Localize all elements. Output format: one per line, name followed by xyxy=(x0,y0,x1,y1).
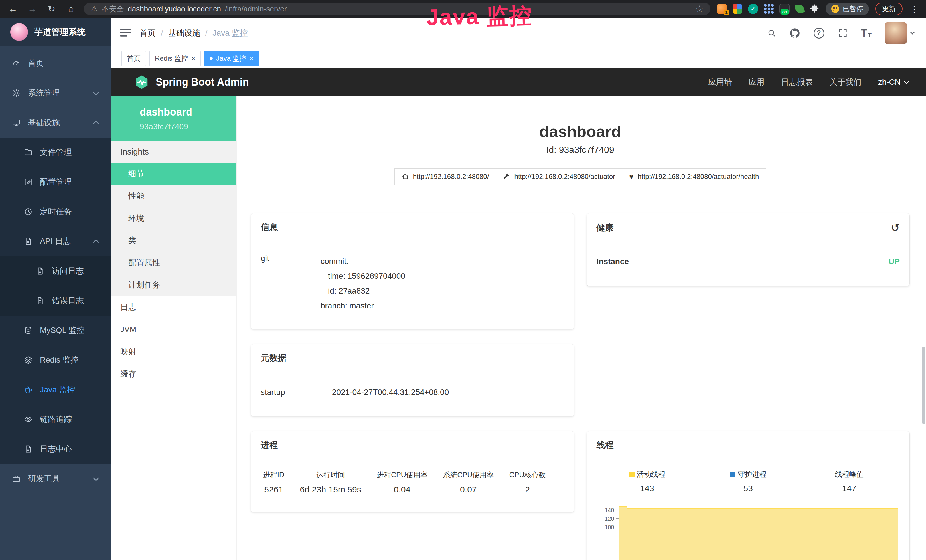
heart-icon: ♥ xyxy=(629,173,633,180)
sidebar-item-api-logs[interactable]: API 日志 xyxy=(0,227,111,256)
sba-nav-applications[interactable]: 应用 xyxy=(749,77,764,88)
github-icon[interactable] xyxy=(789,27,800,39)
browser-menu-icon[interactable]: ⋮ xyxy=(909,4,920,14)
service-url-link[interactable]: http://192.168.0.2:48080/ xyxy=(394,168,496,185)
language-selector[interactable]: zh-CN xyxy=(878,77,908,87)
user-menu[interactable] xyxy=(885,22,914,44)
refresh-button[interactable]: ↻ xyxy=(45,2,58,15)
sidebar-item-log-center[interactable]: 日志中心 xyxy=(0,434,111,464)
sba-nav-wallboard[interactable]: 应用墙 xyxy=(708,77,732,88)
browser-window: ← → ↻ ⌂ ⚠ 不安全 dashboard.yudao.iocoder.cn… xyxy=(0,0,926,560)
sidebar-item-config-management[interactable]: 配置管理 xyxy=(0,167,111,197)
sba-item-scheduled-tasks[interactable]: 计划任务 xyxy=(111,274,236,296)
navbar-tools: ? TT xyxy=(767,22,914,44)
daemon-threads-swatch xyxy=(730,472,735,477)
history-icon[interactable]: ↺ xyxy=(891,221,900,234)
sidebar-item-label: 配置管理 xyxy=(40,177,72,188)
puzzle-extensions-icon[interactable] xyxy=(809,4,819,14)
sba-item-classes[interactable]: 类 xyxy=(111,229,236,251)
back-button[interactable]: ← xyxy=(6,2,20,15)
sidebar-item-mysql-monitor[interactable]: MySQL 监控 xyxy=(0,316,111,345)
close-icon[interactable]: × xyxy=(250,54,254,62)
sba-nav-about[interactable]: 关于我们 xyxy=(830,77,861,88)
sba-item-caches[interactable]: 缓存 xyxy=(111,363,236,385)
actuator-url-link[interactable]: http://192.168.0.2:48080/actuator xyxy=(496,168,623,185)
sidebar-item-error-logs[interactable]: 错误日志 xyxy=(0,286,111,316)
sidebar-item-file-management[interactable]: 文件管理 xyxy=(0,138,111,167)
health-instance-label: Instance xyxy=(597,257,629,266)
paused-chip[interactable]: 已暂停 xyxy=(826,3,869,15)
scrollbar[interactable] xyxy=(922,347,925,424)
sidebar-item-tracing[interactable]: 链路追踪 xyxy=(0,404,111,434)
fullscreen-icon[interactable] xyxy=(838,28,848,38)
table-row: startup 2021-04-27T00:44:31.254+08:00 xyxy=(261,376,564,407)
sidebar-item-access-logs[interactable]: 访问日志 xyxy=(0,256,111,286)
legend-item: 线程峰值 147 xyxy=(799,469,900,493)
sidebar-item-label: 文件管理 xyxy=(40,147,72,158)
sidebar-item-system-management[interactable]: 系统管理 xyxy=(0,78,111,108)
fox-extension-icon[interactable]: 1 xyxy=(717,4,727,14)
health-url-link[interactable]: ♥ http://192.168.0.2:48080/actuator/heal… xyxy=(622,168,766,185)
avatar xyxy=(885,22,907,44)
chart-plot-area xyxy=(619,504,900,560)
sba-item-details[interactable]: 细节 xyxy=(111,163,236,185)
search-icon[interactable] xyxy=(767,29,776,37)
update-browser-button[interactable]: 更新 xyxy=(875,3,903,15)
gauge-icon xyxy=(12,59,21,68)
sidebar-item-redis-monitor[interactable]: Redis 监控 xyxy=(0,345,111,375)
sba-item-environment[interactable]: 环境 xyxy=(111,207,236,229)
tab-label: Java 监控 xyxy=(216,54,246,63)
wrench-icon xyxy=(503,173,510,180)
colorful-extension-icon[interactable] xyxy=(732,4,742,14)
bookmark-star-icon[interactable]: ☆ xyxy=(695,3,704,14)
sba-sidebar: dashboard 93a3fc7f7409 Insights 细节 性能 环境… xyxy=(111,96,237,560)
sba-brand[interactable]: Spring Boot Admin xyxy=(134,74,249,90)
home-icon xyxy=(401,173,409,180)
smiley-icon xyxy=(831,5,839,13)
breadcrumb-item[interactable]: 首页 xyxy=(140,28,156,38)
forward-button[interactable]: → xyxy=(26,2,39,15)
breadcrumb-separator: / xyxy=(161,29,163,38)
url-bar[interactable]: ⚠ 不安全 dashboard.yudao.iocoder.cn /infra/… xyxy=(84,3,710,15)
sba-item-mappings[interactable]: 映射 xyxy=(111,341,236,363)
card-title: 进程 xyxy=(251,431,574,459)
sba-item-jvm[interactable]: JVM xyxy=(111,318,236,341)
sidebar-item-label: 链路追踪 xyxy=(40,414,72,425)
switch-extension-icon[interactable]: on xyxy=(779,4,790,14)
close-icon[interactable]: × xyxy=(191,54,195,62)
sidebar-item-label: 错误日志 xyxy=(52,295,84,306)
update-label: 更新 xyxy=(882,4,896,14)
tags-bar: 首页 Redis 监控 × Java 监控 × xyxy=(111,48,926,68)
active-dot xyxy=(210,57,213,60)
sidebar-item-scheduled-jobs[interactable]: 定时任务 xyxy=(0,197,111,227)
sba-item-config-props[interactable]: 配置属性 xyxy=(111,251,236,274)
grid-extension-icon[interactable] xyxy=(764,4,774,14)
language-label: zh-CN xyxy=(878,77,900,87)
hamburger-icon[interactable] xyxy=(111,28,140,38)
url-host: dashboard.yudao.iocoder.cn xyxy=(128,5,221,14)
security-label[interactable]: 不安全 xyxy=(101,4,124,14)
metadata-key: startup xyxy=(261,388,332,397)
leaf-extension-icon[interactable] xyxy=(794,4,805,14)
home-button[interactable]: ⌂ xyxy=(65,2,77,15)
app-logo[interactable]: 芋道管理系统 xyxy=(0,18,111,46)
sba-body: dashboard 93a3fc7f7409 Insights 细节 性能 环境… xyxy=(111,96,926,560)
sba-item-metrics[interactable]: 性能 xyxy=(111,185,236,207)
breadcrumb-item[interactable]: 基础设施 xyxy=(168,28,200,38)
sidebar-item-dev-tools[interactable]: 研发工具 xyxy=(0,464,111,493)
help-icon[interactable]: ? xyxy=(814,28,825,38)
teal-extension-icon[interactable]: ✓ xyxy=(748,4,758,14)
sidebar-item-infrastructure[interactable]: 基础设施 xyxy=(0,108,111,138)
info-card: 信息 git commit: time: 1596289704000 id: 2… xyxy=(251,213,574,329)
tab-home[interactable]: 首页 xyxy=(121,51,146,66)
font-size-icon[interactable]: TT xyxy=(861,27,872,39)
tab-java-monitor[interactable]: Java 监控 × xyxy=(204,51,259,66)
sidebar-item-home[interactable]: 首页 xyxy=(0,48,111,78)
sba-item-logs[interactable]: 日志 xyxy=(111,296,236,318)
sidebar-item-java-monitor[interactable]: Java 监控 xyxy=(0,375,111,404)
tab-redis-monitor[interactable]: Redis 监控 × xyxy=(150,51,201,66)
legend-item: 守护进程 53 xyxy=(698,469,799,493)
content-pane: 首页 / 基础设施 / Java 监控 ? TT xyxy=(111,18,926,560)
sba-nav-journal[interactable]: 日志报表 xyxy=(781,77,813,88)
group-label: Insights xyxy=(111,141,236,163)
